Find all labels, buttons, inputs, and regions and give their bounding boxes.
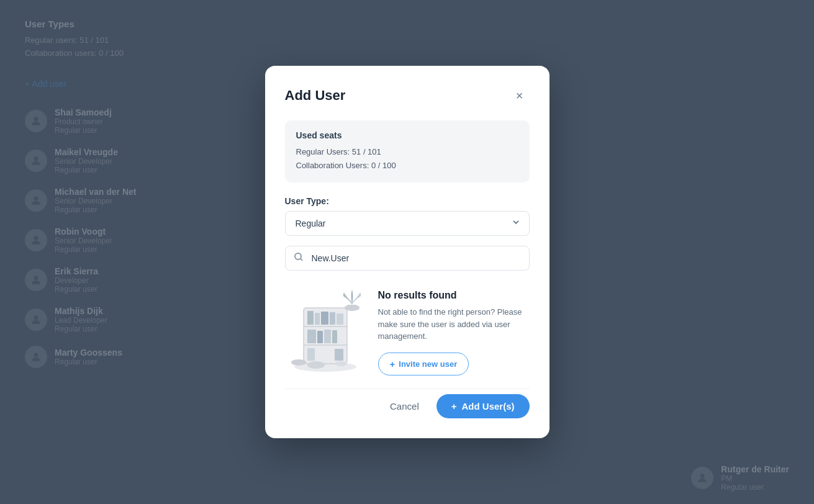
svg-point-29 (291, 359, 306, 366)
modal-title: Add User (285, 88, 346, 104)
plus-icon: + (451, 401, 457, 412)
user-type-select-wrapper: Regular Collaboration (285, 211, 530, 236)
plus-icon: + (390, 359, 396, 369)
search-input[interactable] (285, 246, 530, 271)
svg-rect-16 (321, 312, 328, 325)
svg-rect-21 (324, 330, 331, 343)
no-results-area: No results found Not able to find the ri… (285, 283, 530, 389)
close-button[interactable]: × (510, 86, 530, 106)
used-seats-box: Used seats Regular Users: 51 / 101 Colla… (285, 120, 530, 182)
modal-footer: Cancel + Add User(s) (285, 389, 530, 418)
used-seats-regular: Regular Users: 51 / 101 (296, 145, 518, 159)
no-results-illustration (285, 289, 366, 376)
used-seats-title: Used seats (296, 130, 518, 140)
svg-point-27 (307, 361, 325, 369)
modal-header: Add User × (285, 86, 530, 106)
svg-rect-26 (347, 305, 357, 310)
svg-rect-20 (317, 331, 323, 343)
svg-point-28 (335, 361, 346, 366)
add-users-button[interactable]: + Add User(s) (436, 394, 530, 418)
search-wrapper (285, 246, 530, 271)
search-icon (294, 252, 304, 264)
add-users-label: Add User(s) (461, 401, 514, 412)
svg-point-8 (295, 253, 301, 259)
svg-rect-18 (337, 313, 343, 325)
cancel-button[interactable]: Cancel (382, 396, 427, 416)
svg-line-9 (301, 259, 302, 261)
no-results-description: Not able to find the right person? Pleas… (378, 306, 530, 343)
svg-rect-17 (330, 312, 335, 325)
svg-rect-19 (307, 330, 316, 343)
svg-rect-15 (315, 313, 320, 325)
used-seats-collaboration: Collaboration Users: 0 / 100 (296, 159, 518, 173)
no-results-text-col: No results found Not able to find the ri… (378, 290, 530, 376)
user-type-select[interactable]: Regular Collaboration (285, 211, 530, 236)
svg-rect-22 (332, 330, 337, 343)
svg-rect-14 (307, 311, 314, 325)
svg-rect-24 (335, 349, 343, 361)
no-results-title: No results found (378, 290, 530, 301)
invite-new-user-button[interactable]: + Invite new user (378, 353, 469, 376)
add-user-modal: Add User × Used seats Regular Users: 51 … (265, 66, 549, 438)
user-type-label: User Type: (285, 196, 530, 206)
invite-new-user-label: Invite new user (399, 359, 457, 369)
svg-rect-23 (307, 348, 315, 361)
